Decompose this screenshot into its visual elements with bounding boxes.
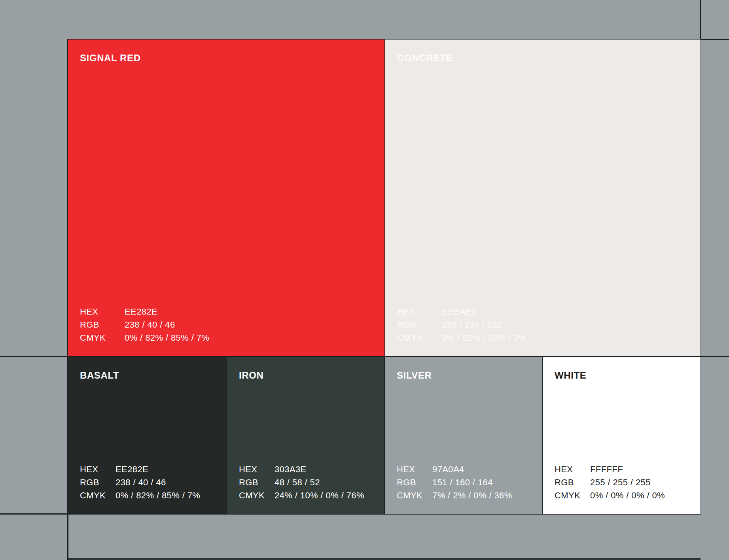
crop-line-vertical-bottom-left (67, 514, 68, 560)
swatch-name: WHITE (555, 370, 689, 381)
cmyk-value: 0% / 82% / 85% / 7% (116, 489, 200, 502)
hex-row: HEX 303A3E (239, 463, 378, 476)
cmyk-row: CMYK 0% / 82% / 85% / 7% (397, 331, 694, 344)
hex-value: 303A3E (275, 463, 307, 476)
swatch-signal-red: SIGNAL RED HEX EE282E RGB 238 / 40 / 46 … (68, 40, 384, 356)
hex-row: HEX FFFFFF (555, 463, 694, 476)
swatch-basalt: BASALT HEX EE282E RGB 238 / 40 / 46 CMYK… (68, 357, 226, 514)
swatch-name: CONCRETE (397, 53, 689, 64)
cmyk-label: CMYK (80, 489, 116, 502)
rgb-label: RGB (397, 476, 432, 489)
cmyk-row: CMYK 7% / 2% / 0% / 36% (397, 489, 536, 502)
cmyk-label: CMYK (555, 489, 590, 502)
rgb-value: 255 / 255 / 255 (590, 476, 651, 489)
rgb-value: 238 / 234 / 232 (442, 318, 502, 331)
swatch-white: WHITE HEX FFFFFF RGB 255 / 255 / 255 CMY… (542, 357, 701, 514)
rgb-label: RGB (80, 318, 125, 331)
rgb-value: 48 / 58 / 52 (275, 476, 320, 489)
swatch-specs: HEX EEEAE8 RGB 238 / 234 / 232 CMYK 0% /… (397, 305, 694, 344)
hex-value: EEEAE8 (442, 305, 477, 318)
crop-line-bottom-edge (68, 558, 701, 560)
hex-row: HEX EEEAE8 (397, 305, 694, 318)
cmyk-value: 0% / 0% / 0% / 0% (590, 489, 665, 502)
rgb-value: 238 / 40 / 46 (125, 318, 175, 331)
hex-label: HEX (555, 463, 590, 476)
rgb-row: RGB 151 / 160 / 164 (397, 476, 536, 489)
hex-row: HEX 97A0A4 (397, 463, 536, 476)
crop-line-horizontal-top-right (701, 39, 729, 40)
rgb-label: RGB (555, 476, 590, 489)
cmyk-row: CMYK 24% / 10% / 0% / 76% (239, 489, 378, 502)
swatch-specs: HEX 97A0A4 RGB 151 / 160 / 164 CMYK 7% /… (397, 463, 536, 502)
hex-row: HEX EE282E (80, 305, 378, 318)
cmyk-label: CMYK (239, 489, 275, 502)
swatch-concrete: CONCRETE HEX EEEAE8 RGB 238 / 234 / 232 … (384, 40, 701, 356)
rgb-row: RGB 238 / 40 / 46 (80, 476, 220, 489)
swatch-name: SIGNAL RED (80, 53, 373, 64)
swatch-row-top: SIGNAL RED HEX EE282E RGB 238 / 40 / 46 … (68, 40, 701, 356)
rgb-row: RGB 238 / 40 / 46 (80, 318, 378, 331)
swatch-specs: HEX 303A3E RGB 48 / 58 / 52 CMYK 24% / 1… (239, 463, 378, 502)
rgb-row: RGB 48 / 58 / 52 (239, 476, 378, 489)
swatch-specs: HEX EE282E RGB 238 / 40 / 46 CMYK 0% / 8… (80, 305, 378, 344)
hex-row: HEX EE282E (80, 463, 220, 476)
rgb-label: RGB (80, 476, 116, 489)
rgb-label: RGB (239, 476, 275, 489)
hex-value: EE282E (125, 305, 157, 318)
hex-value: FFFFFF (590, 463, 623, 476)
cmyk-value: 24% / 10% / 0% / 76% (275, 489, 364, 502)
hex-label: HEX (239, 463, 275, 476)
hex-label: HEX (397, 305, 442, 318)
cmyk-value: 7% / 2% / 0% / 36% (432, 489, 512, 502)
swatch-grid: SIGNAL RED HEX EE282E RGB 238 / 40 / 46 … (67, 39, 701, 515)
crop-line-horizontal-bottom-left (0, 513, 68, 515)
hex-label: HEX (80, 305, 125, 318)
swatch-iron: IRON HEX 303A3E RGB 48 / 58 / 52 CMYK 24… (226, 357, 384, 514)
swatch-name: BASALT (80, 370, 214, 381)
swatch-specs: HEX EE282E RGB 238 / 40 / 46 CMYK 0% / 8… (80, 463, 220, 502)
rgb-label: RGB (397, 318, 442, 331)
crop-line-horizontal-mid-left (0, 356, 68, 357)
crop-line-horizontal-mid-right (701, 356, 729, 357)
cmyk-row: CMYK 0% / 82% / 85% / 7% (80, 489, 220, 502)
cmyk-label: CMYK (397, 331, 442, 344)
cmyk-label: CMYK (397, 489, 432, 502)
rgb-row: RGB 255 / 255 / 255 (555, 476, 694, 489)
cmyk-label: CMYK (80, 331, 125, 344)
swatch-name: IRON (239, 370, 372, 381)
cmyk-value: 0% / 82% / 85% / 7% (442, 331, 526, 344)
rgb-value: 238 / 40 / 46 (116, 476, 166, 489)
swatch-specs: HEX FFFFFF RGB 255 / 255 / 255 CMYK 0% /… (555, 463, 694, 502)
hex-value: 97A0A4 (432, 463, 464, 476)
crop-line-vertical-top-right (700, 0, 701, 40)
cmyk-row: CMYK 0% / 82% / 85% / 7% (80, 331, 378, 344)
hex-label: HEX (80, 463, 116, 476)
hex-label: HEX (397, 463, 432, 476)
color-palette-sheet: SIGNAL RED HEX EE282E RGB 238 / 40 / 46 … (0, 0, 729, 560)
swatch-row-bottom: BASALT HEX EE282E RGB 238 / 40 / 46 CMYK… (68, 356, 701, 514)
hex-value: EE282E (116, 463, 148, 476)
cmyk-row: CMYK 0% / 0% / 0% / 0% (555, 489, 694, 502)
swatch-silver: SILVER HEX 97A0A4 RGB 151 / 160 / 164 CM… (384, 357, 542, 514)
rgb-row: RGB 238 / 234 / 232 (397, 318, 694, 331)
rgb-value: 151 / 160 / 164 (432, 476, 493, 489)
cmyk-value: 0% / 82% / 85% / 7% (125, 331, 209, 344)
swatch-name: SILVER (397, 370, 530, 381)
